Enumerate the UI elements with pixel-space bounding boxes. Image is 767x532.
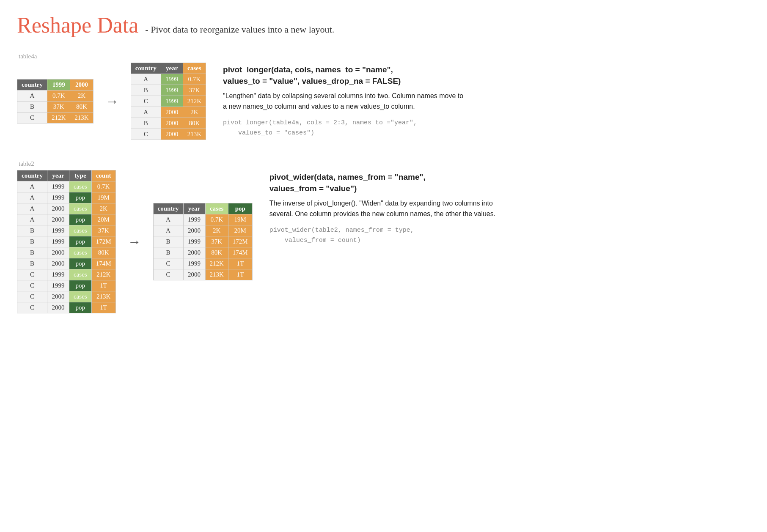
cell: 1999 [47,192,69,203]
cell: 213K [91,291,115,302]
desc-text-1: "Lengthen" data by collapsing several co… [223,91,468,112]
table-row: A 2000 2K [131,107,206,118]
cell: 174M [228,247,252,258]
cell: C [17,280,47,291]
cell: 37K [47,101,70,112]
cell: 172M [91,236,115,247]
cell: B [131,85,161,96]
table-row: C 2000 cases 213K [17,291,116,302]
cell: A [131,107,161,118]
cell: 2K [70,90,93,101]
cell: 1T [91,280,115,291]
func-name-wider: pivot_wider(data, names_from = "name", [269,173,426,181]
table-row: B 2000 pop 174M [17,258,116,269]
cell: C [17,302,47,313]
table-row: A 1999 cases 0.7K [17,181,116,192]
tables-area-2: country year type count A 1999 cases 0.7… [17,170,253,313]
table-row: C 1999 pop 1T [17,280,116,291]
cell: 37K [205,236,228,247]
col-header-cases: cases [183,63,206,74]
table-row: C 1999 212K 1T [153,258,252,269]
cell: 2000 [47,258,69,269]
cell: B [17,225,47,236]
col-header: country [17,80,47,90]
cell: B [17,101,47,112]
cell: 2000 [161,107,183,118]
func-params-wider: values_from = "value") [269,184,357,193]
section-pivot-longer: table4a country 1999 2000 A 0.7K 2K [17,53,750,140]
table2-source: country year type count A 1999 cases 0.7… [17,170,116,313]
cell: B [153,247,183,258]
cell: 2000 [47,214,69,225]
cell: 213K [183,129,206,140]
section2-row: country year type count A 1999 cases 0.7… [17,170,750,313]
col-header-2000: 2000 [70,80,93,90]
cell: 212K [47,112,70,123]
cell: cases [69,269,92,280]
page-header: Reshape Data - Pivot data to reorganize … [17,13,750,38]
table4a-result: country year cases A 1999 0.7K B 1999 37… [131,63,206,140]
cell: 212K [91,269,115,280]
cell: C [153,258,183,269]
section-pivot-wider: table2 country year type count A 1999 [17,160,750,313]
code-example-2: pivot_wider(table2, names_from = type, v… [269,225,515,246]
cell: pop [69,302,92,313]
cell: cases [69,247,92,258]
cell: 2K [183,107,206,118]
cell: pop [69,192,92,203]
cell: 1999 [47,236,69,247]
cell: 37K [183,85,206,96]
cell: 2000 [47,302,69,313]
cell: A [153,225,183,236]
cell: 19M [228,214,252,225]
cell: B [17,258,47,269]
col-header-year: year [161,63,183,74]
cell: A [17,90,47,101]
arrow-icon-2: → [128,234,141,250]
table-row: A 0.7K 2K [17,90,93,101]
func-title-2: pivot_wider(data, names_from = "name", v… [269,172,515,194]
cell: pop [69,214,92,225]
desc-area-1: pivot_longer(data, cols, names_to = "nam… [223,63,468,138]
table-row: B 1999 37K [131,85,206,96]
cell: C [17,291,47,302]
desc-text-2: The inverse of pivot_longer(). "Widen" d… [269,198,515,219]
cell: A [17,181,47,192]
table-label-2: table2 [19,160,750,167]
cell: A [131,74,161,85]
cell: C [17,269,47,280]
table-row: B 1999 cases 37K [17,225,116,236]
cell: A [17,214,47,225]
cell: 2000 [47,203,69,214]
cell: 2000 [161,118,183,129]
table-row: A 2000 2K 20M [153,225,252,236]
cell: cases [69,225,92,236]
cell: 2000 [183,269,205,280]
cell: 80K [70,101,93,112]
col-header-1999: 1999 [47,80,70,90]
cell: A [17,192,47,203]
cell: 1999 [161,96,183,107]
cell: 1T [228,269,252,280]
tables-area-1: country 1999 2000 A 0.7K 2K B 37K 80K [17,63,206,140]
cell: 2000 [47,247,69,258]
cell: 0.7K [183,74,206,85]
cell: 37K [91,225,115,236]
table-row: C 2000 pop 1T [17,302,116,313]
cell: C [153,269,183,280]
cell: 1T [228,258,252,269]
cell: 2000 [183,247,205,258]
cell: 2000 [47,291,69,302]
table-row: B 2000 80K 174M [153,247,252,258]
table-row: A 1999 0.7K 19M [153,214,252,225]
cell: B [17,247,47,258]
cell: C [131,96,161,107]
func-name-longer: pivot_longer(data, cols, names_to = "nam… [223,65,393,74]
cell: 1999 [47,269,69,280]
table-row: A 1999 pop 19M [17,192,116,203]
cell: 0.7K [47,90,70,101]
cell: 1999 [161,85,183,96]
cell: cases [69,291,92,302]
table-row: A 1999 0.7K [131,74,206,85]
cell: C [17,112,47,123]
